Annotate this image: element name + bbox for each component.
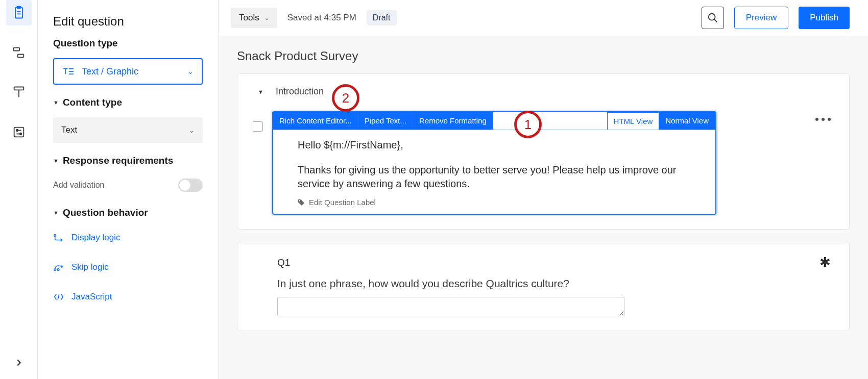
content-type-heading[interactable]: ▼ Content type: [53, 94, 203, 108]
caret-down-icon: ▼: [53, 210, 59, 216]
question-select-checkbox[interactable]: [253, 121, 263, 132]
svg-point-24: [299, 200, 300, 201]
question-editor[interactable]: Rich Content Editor... Piped Text... Rem…: [272, 111, 716, 215]
saved-timestamp: Saved at 4:35 PM: [287, 13, 356, 23]
preview-button[interactable]: Preview: [734, 7, 788, 29]
svg-line-23: [714, 19, 717, 22]
edit-question-label[interactable]: Edit Question Label: [298, 198, 691, 207]
survey-block-q1[interactable]: Q1 ✱ In just one phrase, how would you d…: [237, 242, 850, 331]
required-star-icon: ✱: [819, 255, 834, 270]
svg-line-21: [58, 294, 59, 300]
content-type-select[interactable]: Text ⌄: [53, 117, 203, 143]
rail-options-icon[interactable]: [6, 119, 32, 145]
rail-theme-icon[interactable]: [6, 80, 32, 105]
rail-survey-icon[interactable]: [6, 0, 32, 26]
content-type-value: Text: [61, 125, 189, 135]
display-logic-link[interactable]: Display logic: [53, 228, 203, 248]
tools-dropdown[interactable]: Tools ⌄: [231, 8, 277, 28]
svg-point-22: [709, 14, 715, 20]
svg-point-19: [54, 269, 56, 271]
block-header[interactable]: ▼ Introduction: [258, 86, 834, 97]
chevron-down-icon: ⌄: [189, 127, 195, 134]
svg-rect-0: [15, 8, 22, 18]
tag-icon: [298, 199, 305, 206]
survey-title: Snack Product Survey: [237, 49, 850, 63]
draft-badge: Draft: [367, 10, 397, 26]
publish-button[interactable]: Publish: [799, 7, 850, 29]
response-req-heading[interactable]: ▼ Response requirements: [53, 152, 203, 166]
svg-rect-6: [14, 87, 23, 90]
qtype-heading: Question type: [53, 38, 203, 49]
caret-down-icon: ▼: [53, 99, 59, 106]
caret-down-icon: ▼: [258, 89, 263, 95]
panel-title: Edit question: [53, 14, 203, 29]
tab-rich-content[interactable]: Rich Content Editor...: [273, 112, 358, 130]
svg-rect-1: [17, 7, 20, 9]
svg-point-18: [54, 235, 56, 237]
svg-point-11: [19, 133, 21, 135]
editor-toolbar: Rich Content Editor... Piped Text... Rem…: [273, 112, 715, 130]
svg-rect-4: [13, 48, 19, 51]
caret-down-icon: ▼: [53, 158, 59, 164]
tab-html-view[interactable]: HTML View: [607, 112, 660, 130]
tab-piped-text[interactable]: Piped Text...: [358, 112, 413, 130]
question-id: Q1: [253, 257, 290, 268]
svg-rect-5: [17, 55, 23, 58]
tab-normal-view[interactable]: Normal View: [659, 112, 715, 130]
javascript-link[interactable]: JavaScript: [53, 287, 203, 307]
intro-greeting: Hello ${m://FirstName},: [298, 138, 691, 152]
intro-body: Thanks for giving us the opportunity to …: [298, 163, 691, 191]
svg-point-20: [57, 269, 59, 271]
text-graphic-icon: [62, 67, 75, 76]
block-name: Introduction: [276, 86, 324, 97]
search-icon: [707, 12, 718, 23]
response-textarea[interactable]: [277, 297, 624, 316]
chevron-down-icon: ⌄: [264, 15, 269, 21]
question-behavior-heading[interactable]: ▼ Question behavior: [53, 204, 203, 218]
tab-remove-formatting[interactable]: Remove Formatting: [413, 112, 493, 130]
question-more-menu[interactable]: [815, 118, 831, 121]
search-button[interactable]: [702, 7, 724, 29]
rail-flow-icon[interactable]: [6, 40, 32, 65]
question-body[interactable]: Hello ${m://FirstName}, Thanks for givin…: [273, 130, 715, 214]
svg-rect-8: [14, 128, 23, 137]
qtype-value: Text / Graphic: [82, 66, 180, 77]
question-text: In just one phrase, how would you descri…: [253, 277, 834, 290]
question-type-select[interactable]: Text / Graphic ⌄: [53, 58, 203, 85]
rail-collapse-chevron[interactable]: [12, 356, 26, 370]
add-validation-label: Add validation: [53, 181, 105, 190]
skip-logic-link[interactable]: Skip logic: [53, 257, 203, 277]
survey-block-intro: 1 2 ▼ Introduction Rich Content Editor..…: [237, 73, 850, 230]
add-validation-toggle[interactable]: [178, 179, 203, 192]
chevron-down-icon: ⌄: [187, 67, 194, 75]
